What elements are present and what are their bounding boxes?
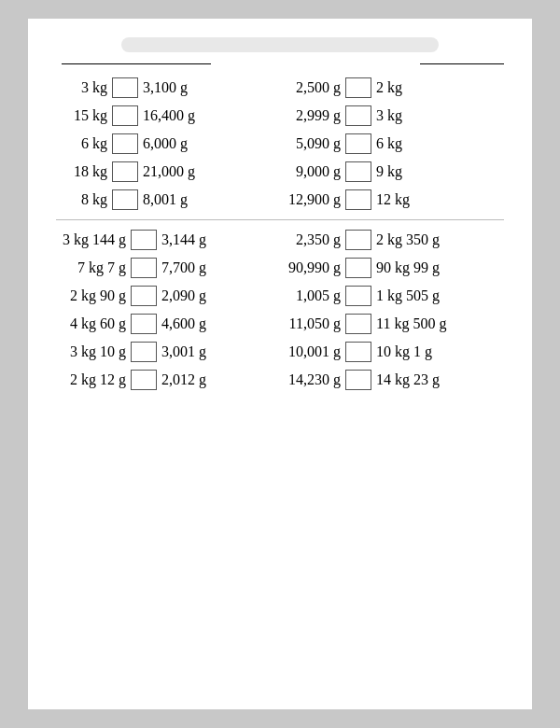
s2-left-pair-1: 7 kg 7 g 7,700 g <box>56 258 280 278</box>
left-val2-4: 8,001 g <box>143 191 208 208</box>
section1-row-2: 6 kg 6,000 g 5,090 g 6 kg <box>56 133 504 154</box>
compare-box-left-2[interactable] <box>112 133 138 154</box>
compare-box-left-1[interactable] <box>112 105 138 126</box>
left-val1-3: 18 kg <box>56 163 107 180</box>
s2-right-val2-2: 1 kg 505 g <box>376 287 451 304</box>
section2-row-4: 3 kg 10 g 3,001 g 10,001 g 10 kg 1 g <box>56 342 504 362</box>
s2-compare-box-right-4[interactable] <box>345 342 371 362</box>
s2-compare-box-left-4[interactable] <box>131 342 157 362</box>
worksheet-page: 3 kg 3,100 g 2,500 g 2 kg 15 kg 16,400 g… <box>28 19 532 709</box>
s2-compare-box-right-5[interactable] <box>345 370 371 390</box>
s2-compare-box-left-3[interactable] <box>131 314 157 334</box>
name-underline[interactable] <box>62 63 211 64</box>
section1: 3 kg 3,100 g 2,500 g 2 kg 15 kg 16,400 g… <box>56 77 504 210</box>
s2-left-pair-5: 2 kg 12 g 2,012 g <box>56 370 280 390</box>
s2-right-val1-4: 10,001 g <box>280 343 341 360</box>
compare-box-left-4[interactable] <box>112 189 138 210</box>
section2-row-1: 7 kg 7 g 7,700 g 90,990 g 90 kg 99 g <box>56 258 504 278</box>
right-val1-3: 9,000 g <box>280 163 341 180</box>
s2-right-val2-4: 10 kg 1 g <box>376 343 451 360</box>
section2-row-2: 2 kg 90 g 2,090 g 1,005 g 1 kg 505 g <box>56 286 504 306</box>
left-val1-4: 8 kg <box>56 191 107 208</box>
section2-row-0: 3 kg 144 g 3,144 g 2,350 g 2 kg 350 g <box>56 230 504 250</box>
s2-left-val1-2: 2 kg 90 g <box>56 287 126 304</box>
s2-left-val2-1: 7,700 g <box>161 259 217 276</box>
s2-compare-box-right-3[interactable] <box>345 314 371 334</box>
name-field <box>56 63 211 64</box>
s2-right-pair-0: 2,350 g 2 kg 350 g <box>280 230 504 250</box>
left-val2-2: 6,000 g <box>143 135 208 152</box>
s2-right-val1-1: 90,990 g <box>280 259 341 276</box>
s2-left-val1-3: 4 kg 60 g <box>56 315 126 332</box>
compare-box-right-4[interactable] <box>345 189 371 210</box>
left-val2-3: 21,000 g <box>143 163 208 180</box>
compare-box-right-1[interactable] <box>345 105 371 126</box>
left-val2-0: 3,100 g <box>143 79 208 96</box>
right-pair-1: 2,999 g 3 kg <box>280 105 504 126</box>
left-val1-0: 3 kg <box>56 79 107 96</box>
compare-box-left-0[interactable] <box>112 77 138 98</box>
s2-compare-box-right-0[interactable] <box>345 230 371 250</box>
right-val1-4: 12,900 g <box>280 191 341 208</box>
s2-right-val1-5: 14,230 g <box>280 371 341 388</box>
s2-compare-box-left-5[interactable] <box>131 370 157 390</box>
s2-left-pair-3: 4 kg 60 g 4,600 g <box>56 314 280 334</box>
section2: 3 kg 144 g 3,144 g 2,350 g 2 kg 350 g 7 … <box>56 230 504 390</box>
class-underline[interactable] <box>420 63 504 64</box>
left-val1-2: 6 kg <box>56 135 107 152</box>
s2-right-pair-4: 10,001 g 10 kg 1 g <box>280 342 504 362</box>
right-val2-3: 9 kg <box>376 163 427 180</box>
left-pair-0: 3 kg 3,100 g <box>56 77 280 98</box>
section1-row-4: 8 kg 8,001 g 12,900 g 12 kg <box>56 189 504 210</box>
s2-left-pair-4: 3 kg 10 g 3,001 g <box>56 342 280 362</box>
s2-left-pair-0: 3 kg 144 g 3,144 g <box>56 230 280 250</box>
left-pair-4: 8 kg 8,001 g <box>56 189 280 210</box>
right-val2-4: 12 kg <box>376 191 427 208</box>
section1-row-3: 18 kg 21,000 g 9,000 g 9 kg <box>56 161 504 182</box>
s2-right-val1-0: 2,350 g <box>280 231 341 248</box>
s2-compare-box-left-1[interactable] <box>131 258 157 278</box>
right-pair-0: 2,500 g 2 kg <box>280 77 504 98</box>
s2-right-val2-3: 11 kg 500 g <box>376 315 451 332</box>
s2-left-val1-4: 3 kg 10 g <box>56 343 126 360</box>
left-pair-3: 18 kg 21,000 g <box>56 161 280 182</box>
right-val1-0: 2,500 g <box>280 79 341 96</box>
s2-compare-box-right-2[interactable] <box>345 286 371 306</box>
title <box>121 37 439 52</box>
left-pair-1: 15 kg 16,400 g <box>56 105 280 126</box>
section1-row-0: 3 kg 3,100 g 2,500 g 2 kg <box>56 77 504 98</box>
right-val1-2: 5,090 g <box>280 135 341 152</box>
right-val2-0: 2 kg <box>376 79 427 96</box>
s2-right-val1-2: 1,005 g <box>280 287 341 304</box>
s2-right-pair-5: 14,230 g 14 kg 23 g <box>280 370 504 390</box>
s2-left-val2-4: 3,001 g <box>161 343 217 360</box>
s2-right-val1-3: 11,050 g <box>280 315 341 332</box>
s2-left-val1-0: 3 kg 144 g <box>56 231 126 248</box>
right-val2-1: 3 kg <box>376 107 427 124</box>
right-pair-4: 12,900 g 12 kg <box>280 189 504 210</box>
left-val2-1: 16,400 g <box>143 107 208 124</box>
left-val1-1: 15 kg <box>56 107 107 124</box>
compare-box-right-2[interactable] <box>345 133 371 154</box>
compare-box-left-3[interactable] <box>112 161 138 182</box>
right-val2-2: 6 kg <box>376 135 427 152</box>
section2-row-3: 4 kg 60 g 4,600 g 11,050 g 11 kg 500 g <box>56 314 504 334</box>
compare-box-right-3[interactable] <box>345 161 371 182</box>
s2-right-pair-1: 90,990 g 90 kg 99 g <box>280 258 504 278</box>
section1-row-1: 15 kg 16,400 g 2,999 g 3 kg <box>56 105 504 126</box>
left-pair-2: 6 kg 6,000 g <box>56 133 280 154</box>
s2-left-val2-3: 4,600 g <box>161 315 217 332</box>
s2-right-pair-2: 1,005 g 1 kg 505 g <box>280 286 504 306</box>
right-val1-1: 2,999 g <box>280 107 341 124</box>
compare-box-right-0[interactable] <box>345 77 371 98</box>
s2-compare-box-left-2[interactable] <box>131 286 157 306</box>
section-divider <box>56 219 504 220</box>
s2-left-pair-2: 2 kg 90 g 2,090 g <box>56 286 280 306</box>
s2-compare-box-left-0[interactable] <box>131 230 157 250</box>
right-pair-2: 5,090 g 6 kg <box>280 133 504 154</box>
s2-left-val2-5: 2,012 g <box>161 371 217 388</box>
s2-left-val1-1: 7 kg 7 g <box>56 259 126 276</box>
s2-left-val2-0: 3,144 g <box>161 231 217 248</box>
s2-compare-box-right-1[interactable] <box>345 258 371 278</box>
name-class-row <box>56 63 504 64</box>
